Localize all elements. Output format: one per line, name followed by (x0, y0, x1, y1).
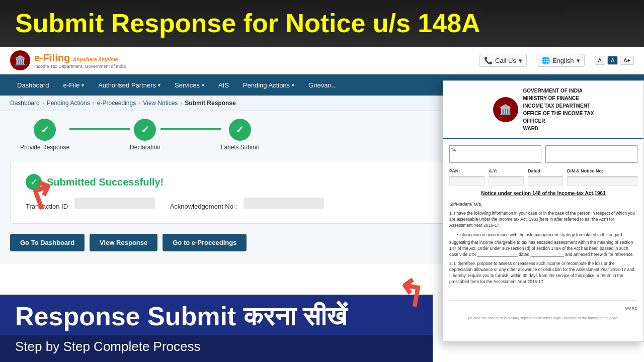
din-label: DIN & Notice No: (567, 168, 637, 176)
step-2: ✓ Declaration (130, 119, 160, 151)
dated-field: Dated: (528, 168, 563, 186)
acknowledgement-value (244, 198, 324, 209)
top-banner: Submit Response for Notice u/s 148A (0, 0, 644, 47)
nav-services[interactable]: Services ▾ (168, 74, 211, 96)
doc-header: 🏛️ GOVERNMENT OF INDIA MINISTRY OF FINAN… (443, 81, 643, 139)
acknowledgement-field: Acknowledgement No : (170, 198, 324, 211)
logo-name: e-Filing Anywhere Anytime (34, 52, 126, 64)
language-arrow: ▾ (577, 57, 580, 64)
breadcrumb-dashboard[interactable]: Dashboard (10, 100, 40, 107)
call-us-button[interactable]: 📞 Call Us ▾ (479, 54, 527, 67)
document-preview: 🏛️ GOVERNMENT OF INDIA MINISTRY OF FINAN… (443, 80, 644, 342)
partners-arrow: ▾ (158, 82, 160, 88)
font-medium-button[interactable]: A (607, 56, 618, 65)
banner-title: Submit Response for Notice u/s 148A (15, 9, 629, 38)
view-response-button[interactable]: View Response (90, 234, 157, 251)
din-field: DIN & Notice No: (567, 168, 637, 186)
pending-arrow: ▾ (292, 82, 294, 88)
step-3-circle: ✓ (229, 119, 251, 141)
globe-icon: 🌐 (541, 56, 550, 64)
din-value (567, 177, 637, 186)
breadcrumb-eproceedings[interactable]: e-Proceedings (97, 100, 136, 107)
doc-para-1: 1. I have the following information in y… (449, 211, 637, 229)
logo-emblem: 🏛️ (10, 50, 30, 70)
services-arrow: ▾ (202, 82, 204, 88)
go-to-eproceedings-button[interactable]: Go to e-Proceedings (163, 234, 247, 251)
dated-label: Dated: (528, 168, 563, 176)
breadcrumb-view-notices[interactable]: View Notices (143, 100, 178, 107)
ay-value (489, 177, 524, 186)
doc-emblem: 🏛️ (493, 97, 518, 122)
language-button[interactable]: 🌐 English ▾ (537, 54, 585, 67)
success-title: Submitted Successfully! (47, 176, 164, 188)
step-2-label: Declaration (130, 144, 160, 151)
ay-field: A.Y: (489, 168, 524, 186)
transaction-value (74, 198, 155, 209)
nav-efile[interactable]: e-File ▾ (56, 74, 92, 96)
font-size-controls: A A A+ (595, 56, 634, 65)
phone-icon: 📞 (484, 56, 493, 64)
step-1-label: Provide Response (20, 144, 69, 151)
doc-to-value (545, 145, 637, 163)
nav-dashboard[interactable]: Dashboard (10, 74, 56, 96)
doc-notice-title: Notice under section 148 of the Income-t… (449, 190, 637, 197)
doc-para-2: suggesting that income chargeable to tax… (449, 240, 637, 258)
dated-value (528, 177, 563, 186)
breadcrumb-pending[interactable]: Pending Actions (47, 100, 90, 107)
pan-label: PAN: (449, 168, 485, 176)
step-3-label: Labels.Submit (221, 144, 259, 151)
doc-footer: WARD (449, 300, 637, 312)
ay-label: A.Y: (489, 168, 524, 176)
nav-pending-actions[interactable]: Pending Actions ▾ (236, 74, 301, 96)
doc-header-text: GOVERNMENT OF INDIA MINISTRY OF FINANCE … (523, 87, 594, 132)
go-to-dashboard-button[interactable]: Go To Dashboard (10, 234, 85, 251)
pan-field: PAN: (449, 168, 485, 186)
nav-grievance[interactable]: Grievan... (301, 74, 344, 96)
doc-salutation: Sir/Madam/ M/s. (449, 201, 637, 208)
step-3: ✓ Labels.Submit (221, 119, 259, 151)
doc-bullet-1: • information in accordance with the ris… (457, 232, 637, 238)
site-header: 🏛️ e-Filing Anywhere Anytime Income Tax … (0, 47, 644, 74)
font-small-button[interactable]: A (595, 56, 605, 65)
dropdown-arrow: ▾ (519, 57, 522, 64)
acknowledgement-label: Acknowledgement No : (170, 203, 237, 210)
step-by-step-text: Step by Step Complete Process (0, 335, 433, 362)
nav-ais[interactable]: AIS (211, 74, 236, 96)
step-line-2 (160, 128, 221, 130)
step-line-1 (69, 128, 130, 130)
hindi-text: Response Submit करना सीखें (0, 295, 433, 335)
logo: 🏛️ e-Filing Anywhere Anytime Income Tax … (10, 50, 126, 70)
step-1: ✓ Provide Response (20, 119, 69, 151)
efile-arrow: ▾ (82, 82, 84, 88)
doc-address-row: To, (449, 145, 637, 163)
font-large-button[interactable]: A+ (620, 56, 634, 65)
step-1-circle: ✓ (34, 119, 56, 141)
bottom-overlay: Response Submit करना सीखें Step by Step … (0, 295, 433, 362)
pan-value (449, 177, 485, 186)
doc-to-label: To, (449, 145, 541, 163)
doc-para-3: 2. I, therefore, propose to assess or re… (449, 261, 637, 285)
nav-authorised-partners[interactable]: Authorised Partners ▾ (91, 74, 168, 96)
logo-subtitle: Income Tax Department, Government of Ind… (34, 64, 126, 69)
doc-small-note: (In case the document is digitally signe… (449, 316, 637, 321)
doc-body: To, PAN: A.Y: Dated: DIN & Notice No: (443, 139, 643, 327)
breadcrumb-current: Submit Response (185, 100, 235, 107)
step-2-circle: ✓ (134, 119, 156, 141)
doc-field-row: PAN: A.Y: Dated: DIN & Notice No: (449, 168, 637, 186)
header-controls: 📞 Call Us ▾ 🌐 English ▾ A A A+ (479, 54, 634, 67)
